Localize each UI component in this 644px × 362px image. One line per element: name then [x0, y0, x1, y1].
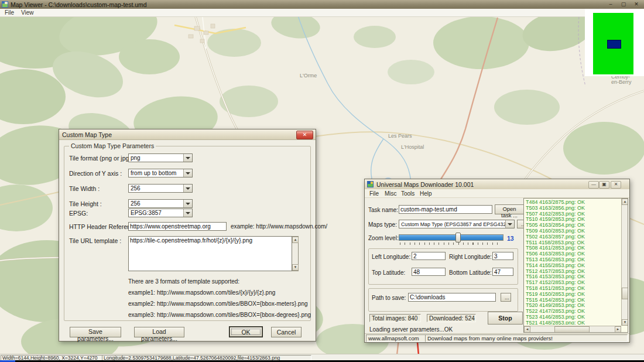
right-longitude-input[interactable]: [492, 252, 513, 260]
total-images-value: Total images: 840: [369, 314, 421, 322]
downloader-titlebar[interactable]: Universal Maps Downloader 10.001 — ▣ ✕: [365, 179, 629, 190]
ok-focus-ring: [231, 329, 261, 335]
chevron-down-icon[interactable]: [505, 220, 514, 228]
y-axis-label: Direction of Y axis :: [69, 170, 122, 177]
custom-params-group-title: Custom Map Type Parameters: [69, 142, 156, 149]
download-log-panel[interactable]: T484 4163/2875.png: OKT503 4163/2856.png…: [523, 198, 628, 333]
cancel-button[interactable]: Cancel: [271, 327, 302, 337]
tile-height-select[interactable]: 256: [128, 199, 193, 208]
referer-input[interactable]: [128, 222, 227, 231]
custom-map-type-dialog: Custom Map Type ✕ Custom Map Type Parame…: [59, 129, 316, 341]
chevron-down-icon[interactable]: [183, 209, 192, 217]
loading-status-text: Loading server parameters...OK: [369, 326, 453, 333]
template-textarea[interactable]: https://tile-c.openstreetmap.fr/hot/{z}/…: [128, 236, 292, 271]
downloader-title: Universal Maps Downloader 10.001: [376, 181, 474, 188]
bottom-latitude-label: Bottom Latitude:: [449, 269, 492, 276]
minimize-icon[interactable]: –: [607, 1, 615, 8]
left-longitude-input[interactable]: [412, 252, 446, 260]
template-note: There are 3 formats of template supporte…: [128, 278, 239, 285]
path-label: Path to save:: [372, 295, 406, 301]
tile-height-label: Tile Height :: [69, 200, 102, 207]
zoom-slider-thumb[interactable]: [455, 233, 461, 243]
ok-button[interactable]: OK: [229, 326, 263, 337]
tile-width-value: 256: [131, 185, 183, 192]
map-viewer-menubar: File View: [0, 9, 644, 17]
menu-file[interactable]: File: [2, 9, 16, 16]
overview-position-marker: [607, 40, 621, 49]
epsg-label: EPSG:: [69, 210, 88, 217]
log-line: T521 4148/2853.png: OK: [526, 320, 619, 325]
path-browse-button[interactable]: ...: [501, 293, 511, 302]
load-parameters-button[interactable]: Load parameters...: [134, 327, 184, 337]
tile-height-value: 256: [131, 200, 183, 207]
y-axis-select[interactable]: from up to bottom: [128, 169, 193, 177]
close-icon[interactable]: ✕: [611, 181, 621, 189]
custom-dialog-title: Custom Map Type: [62, 131, 112, 138]
menu-file[interactable]: File: [369, 190, 379, 197]
log-vscroll-thumb[interactable]: [622, 288, 628, 299]
left-longitude-label: Left Longitude:: [372, 254, 410, 260]
chevron-down-icon[interactable]: [183, 154, 192, 162]
tile-width-select[interactable]: 256: [128, 184, 193, 193]
bottom-latitude-input[interactable]: [492, 268, 513, 276]
restore-icon[interactable]: ▣: [599, 181, 609, 189]
desktop: L'Orme Les Pears L'Hospital Cernoy- en-B…: [0, 0, 644, 362]
download-log-list[interactable]: T484 4163/2875.png: OKT503 4163/2856.png…: [526, 200, 619, 325]
tile-width-label: Tile Width :: [69, 185, 100, 192]
scroll-down-icon[interactable]: ▼: [622, 319, 628, 326]
save-parameters-button[interactable]: Save parameters...: [70, 327, 121, 337]
log-vscrollbar[interactable]: ▲ ▼: [621, 199, 628, 326]
tile-format-value: png: [131, 155, 183, 162]
menu-misc[interactable]: Misc: [385, 190, 397, 197]
downloaded-value: Downloaded: 524: [427, 314, 476, 322]
overview-panel: [585, 9, 644, 76]
referer-hint: example: http://www.mapsdown.com/: [231, 223, 327, 230]
chevron-down-icon[interactable]: [183, 185, 192, 192]
menu-view[interactable]: View: [19, 9, 36, 16]
map-viewer-title: Map Viewer - C:\downloads\custom-map-tes…: [11, 1, 147, 8]
map-viewer-titlebar[interactable]: Map Viewer - C:\downloads\custom-map-tes…: [0, 0, 644, 9]
scroll-up-icon[interactable]: ▲: [292, 237, 299, 243]
tile-format-label: Tile format (png or jpg):: [69, 155, 133, 162]
log-hscrollbar[interactable]: ◄ ►: [524, 326, 621, 332]
close-icon[interactable]: ✕: [632, 1, 640, 8]
top-latitude-input[interactable]: [412, 268, 446, 276]
chevron-down-icon[interactable]: [183, 200, 192, 207]
epsg-select[interactable]: EPSG:3857: [128, 209, 193, 217]
maps-type-value: Custom Map Type (EPSG3857 and EPSG4326 s…: [401, 221, 505, 228]
stop-button[interactable]: Stop: [488, 312, 523, 325]
log-hscroll-thumb[interactable]: [554, 326, 590, 333]
scroll-left-icon[interactable]: ◄: [524, 326, 530, 333]
statusbar-slogan: Download maps from many online maps prov…: [425, 334, 628, 342]
path-input[interactable]: [408, 293, 496, 302]
chevron-down-icon[interactable]: [183, 169, 192, 177]
custom-dialog-titlebar[interactable]: Custom Map Type ✕: [59, 129, 316, 140]
right-longitude-label: Right Longitude:: [449, 254, 492, 260]
template-example3: example3: http://www.mapsdown.com/tiles/…: [128, 312, 311, 318]
menu-tools[interactable]: Tools: [401, 190, 415, 197]
close-icon[interactable]: ✕: [296, 131, 313, 139]
referer-label: HTTP Header Referer :: [69, 223, 132, 230]
downloader-statusbar: www.allmapsoft.com Download maps from ma…: [365, 333, 629, 342]
open-task-button[interactable]: Open task ...: [495, 204, 524, 214]
statusbar-site: www.allmapsoft.com: [366, 334, 428, 342]
tile-format-select[interactable]: png: [128, 153, 193, 162]
maps-type-select[interactable]: Custom Map Type (EPSG3857 and EPSG4326 s…: [399, 220, 515, 228]
template-label: Tile URL template :: [69, 237, 121, 244]
minimize-icon[interactable]: —: [588, 181, 599, 189]
downloader-app-icon: [367, 181, 374, 187]
maps-type-label: Maps type:: [368, 221, 397, 228]
scroll-right-icon[interactable]: ►: [615, 326, 621, 333]
downloader-menubar: File Misc Tools Help: [365, 189, 629, 198]
map-viewer-app-icon: [2, 1, 8, 8]
maximize-icon[interactable]: ▢: [619, 1, 628, 8]
template-example1: example1: http://www.mapsdown.com/tiles/…: [128, 289, 275, 296]
scroll-down-icon[interactable]: ▼: [292, 264, 299, 271]
zoom-slider-track[interactable]: [399, 234, 503, 241]
template-example2: example2: http://www.mapsdown.com/tiles/…: [128, 300, 308, 307]
scroll-up-icon[interactable]: ▲: [622, 199, 628, 205]
template-scrollbar[interactable]: ▲ ▼: [292, 236, 299, 271]
task-name-input[interactable]: [399, 205, 492, 214]
menu-help[interactable]: Help: [420, 190, 432, 197]
zoom-level-value: 13: [507, 235, 514, 242]
